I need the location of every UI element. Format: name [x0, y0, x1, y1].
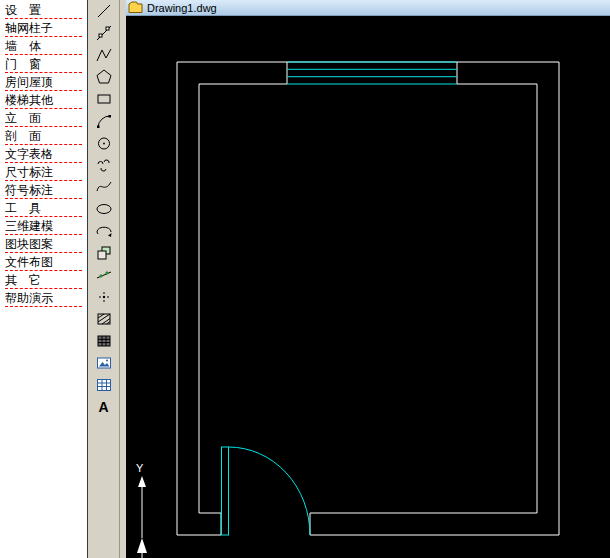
revcloud-button[interactable]	[93, 156, 115, 174]
menu-item-others[interactable]: 其 它	[0, 272, 87, 290]
image-icon	[95, 354, 113, 372]
block-insert-icon	[95, 244, 113, 262]
rectangle-icon	[95, 90, 113, 108]
ellipse-arc-button[interactable]	[93, 222, 115, 240]
menu-item-label: 帮助演示	[5, 290, 82, 307]
divide-button[interactable]	[93, 266, 115, 284]
menu-item-label: 墙 体	[5, 38, 82, 55]
drawing-canvas[interactable]: Y	[126, 16, 610, 558]
menu-item-doors-windows[interactable]: 门 窗	[0, 56, 87, 74]
ucs-icon: Y	[136, 462, 147, 558]
menu-item-elevation[interactable]: 立 面	[0, 110, 87, 128]
menu-item-label: 图块图案	[5, 236, 82, 253]
ucs-y-label: Y	[136, 462, 144, 474]
menu-item-label: 轴网柱子	[5, 20, 82, 37]
menu-item-label: 文件布图	[5, 254, 82, 271]
polygon-button[interactable]	[93, 68, 115, 86]
drawing-window: Drawing1.dwg Y	[126, 0, 610, 558]
dwg-file-icon	[128, 1, 143, 14]
menu-item-text-tables[interactable]: 文字表格	[0, 146, 87, 164]
ellipse-arc-icon	[95, 222, 113, 240]
polygon-icon	[95, 68, 113, 86]
drawing-title: Drawing1.dwg	[147, 2, 217, 14]
polyline-icon	[95, 46, 113, 64]
arc-button[interactable]	[93, 112, 115, 130]
menu-item-help-demo[interactable]: 帮助演示	[0, 290, 87, 308]
menu-item-symbol-annotation[interactable]: 符号标注	[0, 182, 87, 200]
screen-menu: 设 置 轴网柱子 墙 体 门 窗 房间屋顶 楼梯其他 立 面 剖 面 文字表格 …	[0, 0, 88, 558]
menu-item-label: 剖 面	[5, 128, 82, 145]
text-button[interactable]: A	[93, 398, 115, 416]
point-icon	[95, 288, 113, 306]
hatch-button[interactable]	[93, 310, 115, 328]
window[interactable]	[287, 62, 457, 84]
hatch-icon	[95, 310, 113, 328]
menu-item-label: 立 面	[5, 110, 82, 127]
spline-icon	[95, 178, 113, 196]
revcloud-icon	[95, 156, 113, 174]
table-button[interactable]	[93, 376, 115, 394]
table-icon	[95, 376, 113, 394]
menu-item-label: 门 窗	[5, 56, 82, 73]
ellipse-button[interactable]	[93, 200, 115, 218]
menu-item-label: 楼梯其他	[5, 92, 82, 109]
menu-item-tools[interactable]: 工 具	[0, 200, 87, 218]
rectangle-button[interactable]	[93, 90, 115, 108]
menu-item-label: 工 具	[5, 200, 82, 217]
polyline-button[interactable]	[93, 46, 115, 64]
circle-icon	[95, 134, 113, 152]
ellipse-icon	[95, 200, 113, 218]
text-icon: A	[98, 399, 108, 415]
wall-lines[interactable]	[177, 62, 559, 535]
door-leaf[interactable]	[222, 447, 229, 535]
menu-item-label: 符号标注	[5, 182, 82, 199]
xline-button[interactable]	[93, 24, 115, 42]
image-button[interactable]	[93, 354, 115, 372]
menu-item-label: 文字表格	[5, 146, 82, 163]
circle-button[interactable]	[93, 134, 115, 152]
menu-item-settings[interactable]: 设 置	[0, 2, 87, 20]
draw-toolbar: A	[88, 0, 119, 558]
arc-icon	[95, 112, 113, 130]
menu-item-label: 房间屋顶	[5, 74, 82, 91]
menu-item-label: 尺寸标注	[5, 164, 82, 181]
block-insert-button[interactable]	[93, 244, 115, 262]
door-swing-arc[interactable]	[229, 447, 311, 535]
menu-item-section[interactable]: 剖 面	[0, 128, 87, 146]
line-icon	[95, 2, 113, 20]
solid-fill-button[interactable]	[93, 332, 115, 350]
divide-icon	[95, 266, 113, 284]
menu-item-file-layout[interactable]: 文件布图	[0, 254, 87, 272]
solid-fill-icon	[95, 332, 113, 350]
canvas-left-strip	[119, 0, 126, 558]
menu-item-label: 设 置	[5, 2, 82, 19]
menu-item-stairs-others[interactable]: 楼梯其他	[0, 92, 87, 110]
menu-item-label: 三维建模	[5, 218, 82, 235]
door[interactable]	[222, 447, 311, 535]
menu-item-rooms-roofs[interactable]: 房间屋顶	[0, 74, 87, 92]
point-button[interactable]	[93, 288, 115, 306]
menu-item-dimensions[interactable]: 尺寸标注	[0, 164, 87, 182]
menu-item-label: 其 它	[5, 272, 82, 289]
menu-item-axis-grid-columns[interactable]: 轴网柱子	[0, 20, 87, 38]
drawing-tab[interactable]: Drawing1.dwg	[126, 0, 610, 16]
line-button[interactable]	[93, 2, 115, 20]
menu-item-blocks-patterns[interactable]: 图块图案	[0, 236, 87, 254]
spline-button[interactable]	[93, 178, 115, 196]
menu-item-walls[interactable]: 墙 体	[0, 38, 87, 56]
xline-icon	[95, 24, 113, 42]
menu-item-3d-modeling[interactable]: 三维建模	[0, 218, 87, 236]
